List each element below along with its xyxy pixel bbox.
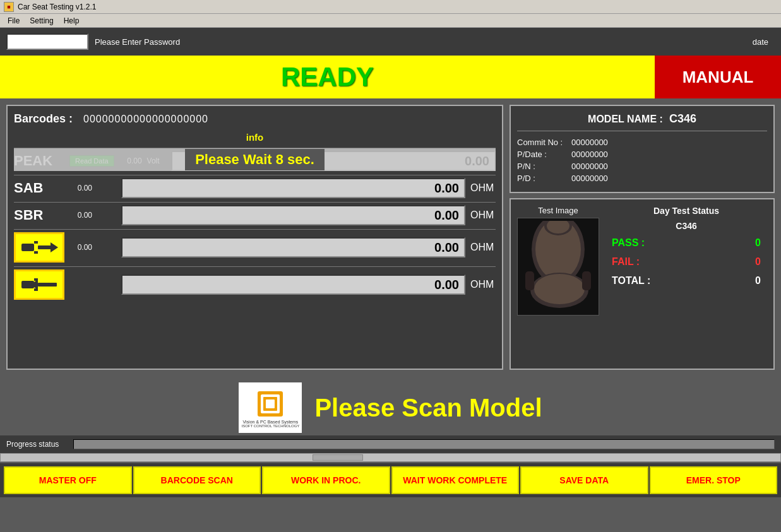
ready-section: READY MANUAL bbox=[0, 56, 781, 98]
icon-row-1: 0.00 0.00 OHM bbox=[14, 229, 496, 263]
pd-row: P/D : 00000000 bbox=[517, 174, 767, 183]
titlebar: ■ Car Seat Testing v1.2.1 bbox=[0, 0, 781, 14]
info-label: info bbox=[14, 131, 496, 144]
sbr-label: SBR bbox=[14, 207, 64, 223]
pass-row: PASS : 0 bbox=[605, 236, 767, 250]
scrollbar-thumb[interactable] bbox=[313, 454, 363, 461]
commit-no-row: Commit No : 00000000 bbox=[517, 138, 767, 147]
progress-area: Progress status bbox=[0, 435, 781, 453]
test-image-section: Test Image bbox=[517, 206, 599, 362]
back-plug-button[interactable] bbox=[14, 269, 64, 300]
barcode-scan-button[interactable]: BARCODE SCAN bbox=[133, 466, 261, 494]
logo-brand: ISOFT CONTROL TECHNOLOGY bbox=[241, 424, 299, 428]
svg-rect-22 bbox=[266, 399, 275, 408]
fail-row: FAIL : 0 bbox=[605, 255, 767, 269]
svg-point-16 bbox=[534, 274, 585, 304]
work-in-proc-button[interactable]: WORK IN PROC. bbox=[262, 466, 390, 494]
password-input[interactable] bbox=[6, 33, 88, 50]
menubar: File Setting Help bbox=[0, 14, 781, 28]
topbar: Please Enter Password date bbox=[0, 28, 781, 56]
pn-value: 00000000 bbox=[571, 162, 608, 171]
day-test-section: Day Test Status C346 PASS : 0 FAIL : 0 T… bbox=[605, 206, 767, 362]
day-test-title: Day Test Status bbox=[653, 206, 719, 216]
main-content: Barcodes : 00000000000000000000 info PEA… bbox=[0, 98, 781, 376]
logo-graphic bbox=[254, 388, 286, 420]
test-status-box: Test Image bbox=[510, 198, 775, 370]
left-panel: Barcodes : 00000000000000000000 info PEA… bbox=[6, 105, 503, 370]
svg-rect-0 bbox=[21, 244, 34, 251]
commit-no-value: 00000000 bbox=[571, 138, 608, 147]
sab-measurement-row: SAB 0.00 0.00 OHM bbox=[14, 175, 496, 198]
icon1-ohm: OHM bbox=[470, 242, 496, 253]
svg-rect-17 bbox=[525, 271, 534, 290]
pass-value: 0 bbox=[755, 237, 761, 249]
icon2-ohm: OHM bbox=[470, 279, 496, 290]
total-label: TOTAL : bbox=[612, 275, 650, 287]
password-label: Please Enter Password bbox=[95, 37, 746, 47]
peak-measurement-row: PEAK Read Data 0.00 Volt 0.00 Please Wai… bbox=[14, 148, 496, 171]
menu-help[interactable]: Help bbox=[59, 15, 85, 27]
pass-label: PASS : bbox=[612, 237, 645, 249]
pd-label: P/D : bbox=[517, 174, 568, 183]
wait-overlay: Please Wait 8 sec. bbox=[14, 148, 496, 171]
barcode-value: 00000000000000000000 bbox=[83, 114, 208, 125]
svg-rect-1 bbox=[34, 241, 38, 244]
svg-rect-18 bbox=[582, 271, 591, 290]
test-image-label: Test Image bbox=[538, 206, 578, 215]
sab-ohm: OHM bbox=[470, 182, 496, 194]
icon1-setpoint: 0.00 bbox=[69, 243, 92, 252]
date-label: date bbox=[753, 37, 768, 47]
progress-label: Progress status bbox=[6, 440, 69, 449]
scan-text: Please Scan Model bbox=[314, 394, 542, 422]
svg-marker-4 bbox=[51, 242, 58, 252]
pd-value: 00000000 bbox=[571, 174, 608, 183]
save-data-button[interactable]: SAVE DATA bbox=[520, 466, 648, 494]
model-name-label: MODEL NAME : bbox=[588, 114, 663, 125]
model-name-value: C346 bbox=[669, 112, 696, 126]
logo-box: Vision & PC Based Systems ISOFT CONTROL … bbox=[239, 382, 302, 433]
fail-label: FAIL : bbox=[612, 256, 640, 268]
sab-value-box: 0.00 bbox=[121, 178, 465, 198]
bottom-bar: MASTER OFF BARCODE SCAN WORK IN PROC. WA… bbox=[0, 463, 781, 497]
pdate-label: P/Date : bbox=[517, 150, 568, 159]
barcode-row: Barcodes : 00000000000000000000 bbox=[14, 112, 496, 126]
sab-label: SAB bbox=[14, 180, 64, 196]
barcode-label: Barcodes : bbox=[14, 112, 77, 126]
sbr-measurement-row: SBR 0.00 0.00 OHM bbox=[14, 202, 496, 225]
svg-rect-2 bbox=[34, 251, 38, 254]
seat-image bbox=[517, 218, 599, 316]
pn-row: P/N : 00000000 bbox=[517, 162, 767, 171]
menu-file[interactable]: File bbox=[3, 15, 25, 27]
sbr-setpoint: 0.00 bbox=[69, 211, 92, 220]
logo-company: Vision & PC Based Systems bbox=[243, 420, 299, 424]
sbr-ohm: OHM bbox=[470, 210, 496, 221]
manual-banner: MANUAL bbox=[655, 56, 781, 98]
master-off-button[interactable]: MASTER OFF bbox=[4, 466, 132, 494]
menu-setting[interactable]: Setting bbox=[25, 15, 58, 27]
pdate-row: P/Date : 00000000 bbox=[517, 150, 767, 159]
wait-work-complete-button[interactable]: WAIT WORK COMPLETE bbox=[391, 466, 520, 494]
icon2-value-box: 0.00 bbox=[121, 275, 465, 295]
right-panel: MODEL NAME : C346 Commit No : 00000000 P… bbox=[510, 105, 775, 370]
scan-area: Vision & PC Based Systems ISOFT CONTROL … bbox=[0, 376, 781, 435]
model-info-box: MODEL NAME : C346 Commit No : 00000000 P… bbox=[510, 105, 775, 193]
emer-stop-button[interactable]: EMER. STOP bbox=[650, 466, 778, 494]
pdate-value: 00000000 bbox=[571, 150, 608, 159]
icon1-value-box: 0.00 bbox=[121, 237, 465, 257]
pn-label: P/N : bbox=[517, 162, 568, 171]
total-value: 0 bbox=[755, 275, 761, 287]
wait-text: Please Wait 8 sec. bbox=[185, 149, 325, 170]
commit-no-label: Commit No : bbox=[517, 138, 568, 147]
app-icon: ■ bbox=[4, 2, 14, 12]
fail-value: 0 bbox=[755, 256, 761, 268]
model-name-row: MODEL NAME : C346 bbox=[517, 112, 767, 131]
day-test-model: C346 bbox=[676, 221, 696, 231]
sbr-value-box: 0.00 bbox=[121, 205, 465, 225]
forward-plug-button[interactable] bbox=[14, 232, 64, 263]
app-title: Car Seat Testing v1.2.1 bbox=[18, 3, 97, 11]
svg-rect-10 bbox=[48, 283, 57, 287]
icon-row-2: 0.00 OHM bbox=[14, 266, 496, 300]
progress-bar bbox=[73, 439, 775, 449]
horizontal-scrollbar[interactable] bbox=[0, 453, 781, 462]
sab-setpoint: 0.00 bbox=[69, 184, 92, 192]
